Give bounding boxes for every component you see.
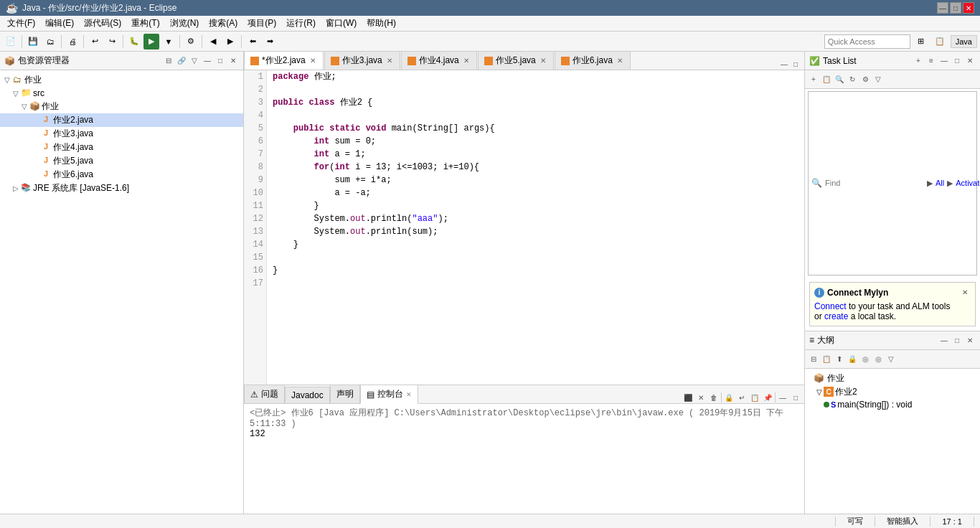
- tab-file-3[interactable]: 作业4.java ✕: [401, 52, 477, 70]
- editor-main[interactable]: 12345 678910 1112131415 1617 package 作业;…: [244, 70, 804, 385]
- word-wrap-button[interactable]: ↵: [736, 392, 748, 403]
- external-tools-button[interactable]: ⚙: [183, 34, 199, 50]
- task-new-button[interactable]: +: [913, 55, 924, 67]
- editor-max-button[interactable]: □: [790, 58, 801, 70]
- link-editor-button[interactable]: 🔗: [176, 55, 187, 67]
- outline-item-1[interactable]: 📦 作业: [808, 372, 977, 385]
- customize-perspective-button[interactable]: 📋: [932, 34, 948, 50]
- menu-source[interactable]: 源代码(S): [80, 16, 126, 31]
- task-max-button[interactable]: □: [951, 55, 963, 67]
- java-perspective-button[interactable]: Java: [951, 35, 977, 48]
- tab-2-close[interactable]: ✕: [385, 57, 394, 65]
- tab-4-close[interactable]: ✕: [539, 57, 547, 65]
- tree-item-src[interactable]: ▽ 📁 src: [0, 87, 243, 100]
- outline-item-3[interactable]: S main(String[]) : void: [808, 399, 977, 410]
- open-perspective-button[interactable]: ⊞: [913, 34, 929, 50]
- create-link[interactable]: create: [824, 311, 848, 321]
- tab-3-close[interactable]: ✕: [462, 57, 471, 65]
- outline-close-button[interactable]: ✕: [964, 334, 976, 346]
- menu-project[interactable]: 项目(P): [243, 16, 281, 31]
- prev-edit-button[interactable]: ◀: [205, 34, 221, 50]
- clear-console-button[interactable]: 🗑: [708, 392, 720, 403]
- outline-max-button[interactable]: □: [951, 334, 963, 346]
- maximize-panel-button[interactable]: □: [215, 55, 226, 67]
- console-max-button[interactable]: □: [790, 392, 801, 403]
- tree-item-file-3[interactable]: ▷ J 作业4.java: [0, 141, 243, 154]
- code-editor-content[interactable]: package 作业; public class 作业2 { public st…: [267, 70, 804, 385]
- menu-help[interactable]: 帮助(H): [362, 16, 400, 31]
- tab-problems[interactable]: ⚠ 问题: [244, 385, 285, 403]
- task-view-button[interactable]: ≡: [925, 55, 937, 67]
- menu-edit[interactable]: 编辑(E): [41, 16, 78, 31]
- scroll-lock-button[interactable]: 🔒: [723, 392, 735, 403]
- tree-item-project[interactable]: ▽ 🗂 作业: [0, 73, 243, 87]
- task-toolbar-btn-1[interactable]: +: [808, 74, 819, 85]
- tab-declaration[interactable]: 声明: [330, 385, 360, 403]
- task-toolbar-btn-4[interactable]: ↻: [847, 74, 858, 85]
- minimize-panel-button[interactable]: —: [202, 55, 213, 67]
- next-edit-button[interactable]: ▶: [222, 34, 238, 50]
- tab-file-4[interactable]: 作业5.java ✕: [478, 52, 554, 70]
- tab-file-1[interactable]: *作业2.java ✕: [244, 52, 324, 70]
- new-button[interactable]: 📄: [3, 34, 19, 50]
- save-all-button[interactable]: 🗂: [42, 34, 58, 50]
- menu-refactor[interactable]: 重构(T): [127, 16, 164, 31]
- tab-javadoc[interactable]: Javadoc: [285, 387, 330, 403]
- tree-item-file-5[interactable]: ▷ J 作业6.java: [0, 168, 243, 182]
- editor-min-button[interactable]: —: [778, 58, 790, 70]
- quick-access-input[interactable]: Quick Access: [824, 34, 910, 49]
- menu-file[interactable]: 文件(F): [3, 16, 39, 31]
- task-close-button[interactable]: ✕: [964, 55, 976, 67]
- tree-item-jre[interactable]: ▷ 📚 JRE 系统库 [JavaSE-1.6]: [0, 182, 243, 195]
- minimize-button[interactable]: —: [937, 2, 948, 14]
- view-menu-button[interactable]: ▽: [189, 55, 200, 67]
- maximize-button[interactable]: □: [950, 2, 961, 14]
- menu-window[interactable]: 窗口(W): [321, 16, 361, 31]
- outline-btn-1[interactable]: ⊟: [808, 353, 819, 364]
- tree-item-file-1[interactable]: ▷ J 作业2.java: [0, 113, 243, 127]
- mylyn-close-button[interactable]: ✕: [959, 287, 971, 298]
- outline-btn-2[interactable]: 📋: [821, 353, 832, 364]
- outline-btn-7[interactable]: ▽: [885, 353, 897, 364]
- tab-console[interactable]: ▤ 控制台 ✕: [360, 385, 418, 404]
- outline-btn-6[interactable]: ◎: [872, 353, 884, 364]
- debug-button[interactable]: 🐛: [126, 34, 142, 50]
- activate-link[interactable]: Activate...: [956, 179, 980, 187]
- all-link[interactable]: ▶: [927, 179, 933, 188]
- tab-1-close[interactable]: ✕: [308, 57, 317, 65]
- close-panel-button[interactable]: ✕: [227, 55, 239, 67]
- forward-button[interactable]: ➡: [262, 34, 278, 50]
- outline-item-2[interactable]: ▽ C 作业2: [808, 385, 977, 399]
- task-min-button[interactable]: —: [938, 55, 950, 67]
- redo-button[interactable]: ↪: [104, 34, 120, 50]
- tab-5-close[interactable]: ✕: [616, 57, 624, 65]
- task-toolbar-btn-3[interactable]: 🔍: [834, 74, 845, 85]
- pin-console-button[interactable]: 📌: [762, 392, 773, 403]
- run-dropdown[interactable]: ▼: [161, 34, 176, 50]
- remove-terminated-button[interactable]: ✕: [695, 392, 707, 403]
- menu-run[interactable]: 运行(R): [282, 16, 320, 31]
- connect-link[interactable]: Connect: [814, 301, 847, 311]
- task-toolbar-btn-6[interactable]: ▽: [872, 74, 884, 85]
- undo-button[interactable]: ↩: [87, 34, 103, 50]
- outline-min-button[interactable]: —: [938, 334, 950, 346]
- tab-file-5[interactable]: 作业6.java ✕: [555, 52, 631, 70]
- tree-item-package[interactable]: ▽ 📦 作业: [0, 100, 243, 113]
- close-button[interactable]: ✕: [963, 2, 974, 14]
- print-button[interactable]: 🖨: [65, 34, 80, 50]
- back-button[interactable]: ⬅: [245, 34, 260, 50]
- tree-item-file-4[interactable]: ▷ J 作业5.java: [0, 154, 243, 168]
- menu-search[interactable]: 搜索(A): [204, 16, 242, 31]
- run-button[interactable]: ▶: [143, 34, 159, 50]
- title-bar-controls[interactable]: — □ ✕: [937, 2, 974, 14]
- task-toolbar-btn-5[interactable]: ⚙: [859, 74, 871, 85]
- tab-file-2[interactable]: 作业3.java ✕: [324, 52, 400, 70]
- outline-btn-3[interactable]: ⬆: [834, 353, 845, 364]
- menu-navigate[interactable]: 浏览(N): [166, 16, 204, 31]
- outline-btn-5[interactable]: ◎: [859, 353, 871, 364]
- save-button[interactable]: 💾: [25, 34, 41, 50]
- open-console-button[interactable]: 📋: [749, 392, 760, 403]
- find-input[interactable]: [825, 179, 924, 187]
- console-min-button[interactable]: —: [777, 392, 788, 403]
- collapse-all-button[interactable]: ⊟: [163, 55, 174, 67]
